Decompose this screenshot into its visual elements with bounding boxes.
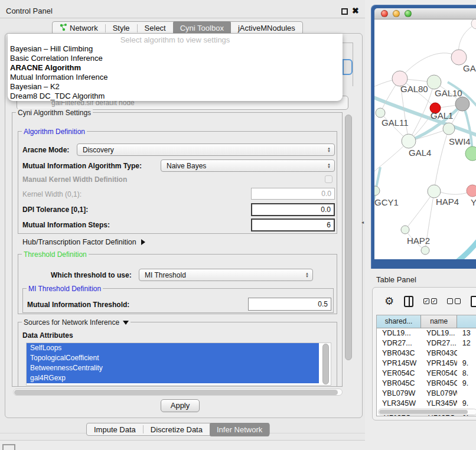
control-panel-title: Control Panel: [6, 6, 53, 15]
hub-definition-toggle[interactable]: Hub/Transcription Factor Definition: [22, 238, 145, 246]
node-label: GAL80: [400, 84, 428, 94]
attribute-item[interactable]: BetweennessCentrality: [27, 363, 319, 373]
tab-jactivemnodules[interactable]: jActiveMNodules: [231, 22, 302, 34]
table-row[interactable]: YDL19...YDL19...13: [377, 328, 476, 338]
kernel-width-field[interactable]: 0.0: [251, 188, 335, 200]
expand-right-icon: [141, 239, 145, 245]
hscroll-thumb[interactable]: [14, 390, 338, 395]
collapsed-panel-icon[interactable]: [2, 444, 15, 450]
combo-spinner-icon: ▲▼: [305, 272, 309, 278]
network-edge[interactable]: [405, 191, 434, 230]
node-label: GAL4: [409, 148, 431, 158]
unchecked-pair-icon[interactable]: [447, 298, 461, 304]
collapse-down-icon: [123, 321, 129, 325]
bottom-tab-bar: Impute DataDiscretize DataInfer Network: [86, 423, 270, 436]
table-cell: 12: [457, 338, 476, 348]
algorithm-option[interactable]: Basic Correlation Inference: [8, 54, 343, 63]
manual-kernel-checkbox[interactable]: [325, 175, 332, 183]
tab-select[interactable]: Select: [138, 22, 173, 34]
split-columns-icon[interactable]: [404, 296, 413, 307]
node-table[interactable]: shared...name YDL19...YDL19...13YDR27...…: [376, 315, 476, 416]
float-window-icon[interactable]: [341, 8, 348, 15]
table-cell: YBR043C: [377, 348, 421, 358]
network-node[interactable]: [421, 246, 429, 255]
network-node[interactable]: [443, 123, 455, 135]
network-node[interactable]: [455, 97, 470, 111]
tab-network[interactable]: Network: [53, 22, 105, 34]
algorithm-option[interactable]: Dream8 DC_TDC Algorithm: [8, 92, 343, 101]
network-node[interactable]: [465, 146, 476, 161]
algorithm-option[interactable]: Mutual Information Inference: [8, 73, 343, 82]
table-header-row: shared...name: [377, 315, 476, 328]
mi-type-combo[interactable]: Naive Bayes ▲▼: [161, 159, 335, 172]
column-header[interactable]: shared...: [377, 315, 421, 328]
hub-definition-label: Hub/Transcription Factor Definition: [22, 238, 136, 246]
algorithm-option[interactable]: Bayesian – K2: [8, 82, 343, 92]
settings-vscrollbar[interactable]: [345, 115, 352, 360]
column-header[interactable]: name: [421, 315, 457, 328]
network-edge[interactable]: [434, 129, 449, 191]
network-node[interactable]: [427, 75, 441, 89]
sources-title-wrap[interactable]: Sources for Network Inference: [22, 318, 131, 327]
attribute-item[interactable]: TopologicalCoefficient: [27, 353, 319, 363]
table-hscrollbar[interactable]: [378, 409, 476, 415]
tab-impute-data[interactable]: Impute Data: [87, 423, 143, 436]
apply-button[interactable]: Apply: [161, 399, 200, 412]
network-node[interactable]: [471, 19, 476, 29]
settings-hscrollbar[interactable]: [13, 389, 343, 396]
tab-label: Style: [113, 24, 130, 32]
data-attributes-list[interactable]: SelfLoopsTopologicalCoefficientBetweenne…: [26, 343, 331, 386]
network-canvas[interactable]: GALGAL80GAL10GAL1GAL11SWI4GAL4GCY1HAP4YH…: [374, 19, 476, 259]
which-threshold-combo[interactable]: MI Threshold ▲▼: [139, 269, 313, 281]
mi-type-value: Naive Bayes: [167, 162, 206, 170]
network-node[interactable]: [467, 185, 476, 197]
table-row[interactable]: YBL079WYBL079W: [377, 389, 476, 399]
dpi-tolerance-field[interactable]: 0.0: [251, 203, 335, 216]
network-node[interactable]: [374, 186, 380, 195]
minimize-traffic-light-icon[interactable]: [393, 10, 400, 17]
tab-style[interactable]: Style: [106, 22, 137, 34]
table-row[interactable]: YPR145WYPR145W9.: [377, 358, 476, 369]
network-node[interactable]: [402, 134, 416, 148]
document-icon[interactable]: [471, 296, 476, 307]
close-icon[interactable]: ✖: [352, 6, 359, 15]
mi-threshold-field[interactable]: 0.5: [248, 298, 331, 311]
tab-label: Network: [70, 24, 98, 32]
attribute-item[interactable]: SelfLoops: [27, 343, 319, 353]
combo-spinner-icon: ▲▼: [327, 163, 331, 169]
table-row[interactable]: YDR27...YDR27...12: [377, 338, 476, 348]
gear-icon[interactable]: ⚙: [384, 296, 394, 306]
aracne-mode-value: Discovery: [83, 146, 114, 154]
table-cell: YDL19...: [421, 328, 457, 338]
attribute-item[interactable]: gal4RGexp: [27, 373, 319, 383]
column-header[interactable]: [457, 315, 476, 328]
mi-steps-field[interactable]: 6: [251, 219, 335, 231]
network-edge[interactable]: [445, 231, 476, 259]
checked-pair-icon[interactable]: ✓✓: [423, 298, 437, 304]
zoom-traffic-light-icon[interactable]: [405, 10, 412, 17]
table-row[interactable]: YLR345WYLR345W9.: [377, 399, 476, 409]
mi-threshold-definition-title: MI Threshold Definition: [27, 285, 103, 293]
network-edge[interactable]: [400, 53, 459, 79]
tab-discretize-data[interactable]: Discretize Data: [144, 423, 210, 436]
table-cell: 13: [457, 328, 476, 338]
network-node[interactable]: [376, 108, 385, 118]
algorithm-option[interactable]: ARACNE Algorithm: [8, 63, 343, 73]
splitter-handle[interactable]: ◂: [361, 220, 364, 225]
network-node[interactable]: [428, 185, 441, 198]
network-window-titlebar[interactable]: [374, 8, 476, 19]
tab-infer-network[interactable]: Infer Network: [210, 423, 269, 436]
algorithm-option[interactable]: Bayesian – Hill Climbing: [8, 44, 343, 54]
table-hscroll-thumb[interactable]: [379, 410, 468, 414]
table-row[interactable]: YBR043CYBR043C: [377, 348, 476, 358]
table-cell: YBR045C: [377, 379, 421, 389]
table-cell: YDR27...: [377, 338, 421, 348]
network-node[interactable]: [401, 226, 409, 234]
table-row[interactable]: YER054CYER054C8.: [377, 369, 476, 379]
attribute-list-vscrollbar[interactable]: [322, 344, 329, 384]
table-cell: 9.: [457, 379, 476, 389]
close-traffic-light-icon[interactable]: [381, 10, 388, 17]
threshold-definition-title: Threshold Definition: [22, 250, 89, 259]
table-row[interactable]: YBR045CYBR045C9.: [377, 379, 476, 389]
aracne-mode-combo[interactable]: Discovery ▲▼: [77, 144, 335, 156]
